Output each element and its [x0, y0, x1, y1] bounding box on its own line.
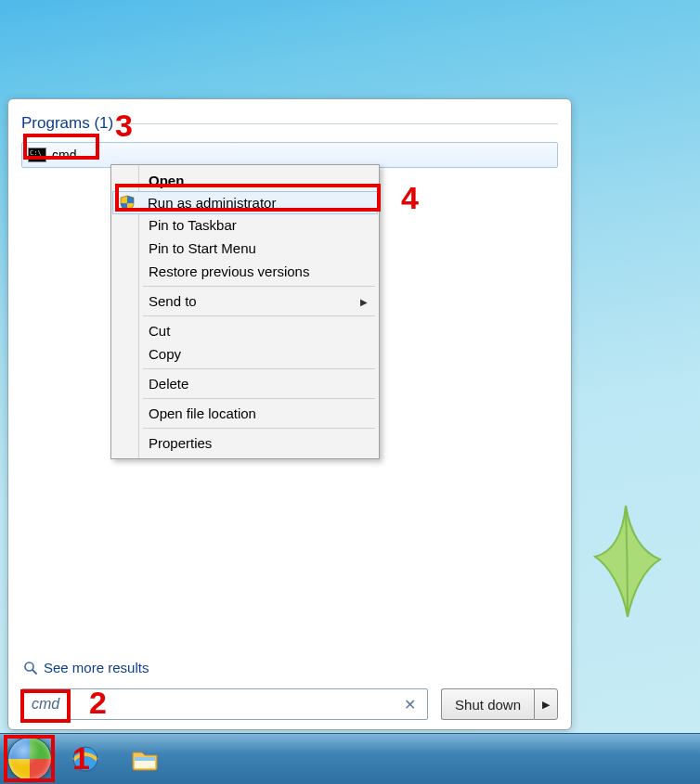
ctx-pin-start[interactable]: Pin to Start Menu	[113, 237, 377, 260]
ctx-separator	[143, 368, 375, 369]
ctx-send-to-label: Send to	[149, 293, 197, 309]
svg-rect-5	[135, 757, 155, 761]
ctx-cut-label: Cut	[149, 323, 170, 339]
ctx-copy-label: Copy	[149, 346, 181, 362]
context-menu: Open Run as administrator Pin to Taskbar…	[110, 164, 380, 459]
shutdown-label: Shut down	[455, 697, 521, 713]
ctx-separator	[143, 315, 375, 316]
ctx-delete[interactable]: Delete	[113, 372, 377, 395]
start-panel-bottom-row: ✕ Shut down ▶	[21, 688, 558, 720]
header-divider	[121, 123, 558, 124]
ctx-restore-previous[interactable]: Restore previous versions	[113, 260, 377, 283]
submenu-arrow-icon: ▶	[360, 296, 368, 306]
ctx-properties[interactable]: Properties	[113, 431, 377, 455]
ctx-properties-label: Properties	[149, 435, 212, 451]
search-box[interactable]: ✕	[21, 688, 428, 720]
search-icon	[23, 661, 38, 675]
see-more-results-label: See more results	[44, 660, 149, 675]
start-search-panel: Programs (1) cmd Open Run as administrat…	[7, 98, 572, 730]
ctx-open-file-location[interactable]: Open file location	[113, 402, 377, 425]
ctx-run-as-administrator[interactable]: Run as administrator	[112, 191, 378, 214]
ctx-open-file-location-label: Open file location	[149, 405, 256, 421]
desktop-leaf-decoration	[572, 478, 683, 617]
see-more-results-link[interactable]: See more results	[23, 660, 558, 675]
ctx-open-label: Open	[149, 173, 184, 188]
start-button[interactable]	[7, 737, 52, 781]
ctx-pin-start-label: Pin to Start Menu	[149, 240, 256, 256]
search-input[interactable]	[30, 695, 400, 713]
clear-search-icon[interactable]: ✕	[400, 696, 420, 713]
results-section-title: Programs (1)	[21, 114, 113, 133]
ctx-pin-taskbar-label: Pin to Taskbar	[149, 217, 237, 233]
ctx-pin-taskbar[interactable]: Pin to Taskbar	[113, 213, 377, 237]
shutdown-split-button: Shut down ▶	[441, 688, 558, 720]
taskbar-explorer-button[interactable]	[119, 739, 171, 778]
taskbar	[0, 733, 700, 784]
search-result-label: cmd	[52, 148, 76, 162]
ctx-separator	[143, 286, 375, 287]
ctx-send-to[interactable]: Send to ▶	[113, 289, 377, 313]
ctx-cut[interactable]: Cut	[113, 319, 377, 342]
shutdown-options-button[interactable]: ▶	[534, 688, 558, 720]
ctx-separator	[143, 398, 375, 399]
results-section-header: Programs (1)	[21, 114, 558, 133]
taskbar-ie-button[interactable]	[59, 739, 111, 778]
ctx-separator	[143, 428, 375, 429]
ctx-delete-label: Delete	[149, 376, 188, 392]
shield-icon	[119, 195, 136, 212]
chevron-right-icon: ▶	[542, 699, 550, 711]
cmd-icon	[28, 148, 46, 162]
shutdown-button[interactable]: Shut down	[441, 688, 534, 720]
ctx-copy[interactable]: Copy	[113, 342, 377, 366]
ctx-run-as-administrator-label: Run as administrator	[148, 195, 276, 211]
ctx-restore-previous-label: Restore previous versions	[149, 263, 309, 279]
svg-line-1	[32, 670, 36, 674]
ctx-open[interactable]: Open	[113, 169, 377, 192]
